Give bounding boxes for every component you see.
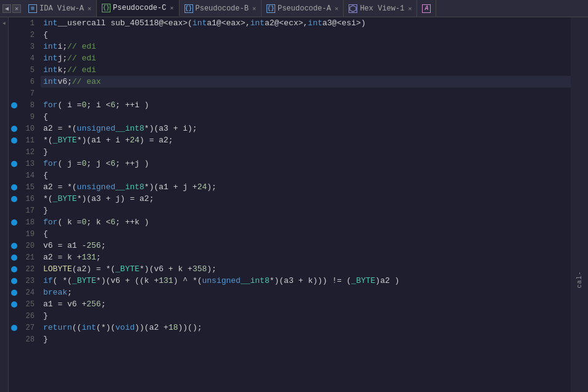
code-line-1: int __usercall sub_405118@<eax>(int a1@<… — [41, 17, 571, 29]
tab-close-pseudocode-c[interactable]: ✕ — [170, 4, 173, 12]
bp-slot-1[interactable] — [9, 17, 20, 29]
bp-slot-19[interactable] — [9, 228, 20, 240]
bp-slot-26[interactable] — [9, 310, 20, 322]
code-content[interactable]: int __usercall sub_405118@<eax>(int a1@<… — [41, 17, 571, 392]
tab-icon-pseudocode-a: {} — [267, 4, 275, 13]
bp-slot-14[interactable] — [9, 169, 20, 181]
line-number-18: 18 — [20, 216, 37, 228]
line-number-25: 25 — [20, 298, 37, 310]
left-gutter: ◀ — [0, 17, 9, 392]
bp-slot-27[interactable] — [9, 322, 20, 333]
code-line-25: a1 = v6 + 256; — [41, 298, 571, 310]
bp-slot-13[interactable] — [9, 158, 20, 169]
bp-dot-18 — [11, 219, 17, 226]
bp-slot-21[interactable] — [9, 251, 20, 263]
bp-slot-5[interactable] — [9, 64, 20, 76]
bp-dot-13 — [11, 161, 17, 167]
svg-marker-0 — [350, 6, 356, 12]
line-number-4: 4 — [20, 52, 37, 64]
line-number-3: 3 — [20, 41, 37, 52]
bp-slot-9[interactable] — [9, 111, 20, 123]
bp-slot-22[interactable] — [9, 263, 20, 275]
code-line-27: return ((int (*)(void))(a2 + 18))(); — [41, 322, 571, 333]
line-number-24: 24 — [20, 287, 37, 298]
tab-hex-view-1[interactable]: Hex View-1✕ — [344, 0, 417, 17]
bp-dot-25 — [11, 301, 17, 308]
collapse-arrow-top[interactable]: ◀ — [1, 20, 7, 26]
tab-icon-ida-view-a: ⊞ — [28, 4, 37, 13]
tab-close-ida-view-a[interactable]: ✕ — [88, 5, 91, 12]
bp-dot-24 — [11, 290, 17, 296]
bp-dot-11 — [11, 137, 17, 144]
line-number-15: 15 — [20, 181, 37, 193]
bp-dot-27 — [11, 325, 17, 331]
code-line-13: for ( j = 0; j < 6; ++j ) — [41, 158, 571, 169]
code-line-16: *(_BYTE *)(a3 + j) = a2; — [41, 193, 571, 205]
bp-slot-7[interactable] — [9, 88, 20, 99]
bp-dot-10 — [11, 126, 17, 132]
tab-tab-a[interactable]: A — [417, 0, 436, 17]
bp-slot-25[interactable] — [9, 298, 20, 310]
tab-bar: ◀ ✕ ⊞IDA View-A✕{}Pseudocode-C✕{}Pseudoc… — [0, 0, 588, 17]
bp-slot-10[interactable] — [9, 123, 20, 134]
bp-dot-16 — [11, 196, 17, 202]
tab-close-pseudocode-b[interactable]: ✕ — [252, 5, 256, 12]
bp-slot-18[interactable] — [9, 216, 20, 228]
bp-slot-23[interactable] — [9, 275, 20, 287]
line-number-8: 8 — [20, 99, 37, 111]
bp-slot-11[interactable] — [9, 134, 20, 146]
bp-slot-24[interactable] — [9, 287, 20, 298]
tabs-container: ⊞IDA View-A✕{}Pseudocode-C✕{}Pseudocode-… — [23, 0, 588, 17]
main-layout: ◀ 12345678910111213141516171819202122232… — [0, 17, 588, 392]
code-line-28: } — [41, 333, 571, 345]
bp-slot-8[interactable] — [9, 99, 20, 111]
code-line-26: } — [41, 310, 571, 322]
bp-slot-15[interactable] — [9, 181, 20, 193]
bp-slot-3[interactable] — [9, 41, 20, 52]
bp-dot-15 — [11, 184, 17, 190]
line-number-1: 1 — [20, 17, 37, 29]
code-line-4: int j; // edi — [41, 52, 571, 64]
bp-slot-2[interactable] — [9, 29, 20, 41]
line-number-14: 14 — [20, 169, 37, 181]
code-line-18: for ( k = 0; k < 6; ++k ) — [41, 216, 571, 228]
code-line-3: int i; // edi — [41, 41, 571, 52]
tab-label-pseudocode-b: Pseudocode-B — [196, 4, 249, 13]
tab-icon-hex-view-1 — [349, 4, 357, 13]
bp-slot-17[interactable] — [9, 205, 20, 216]
tab-pseudocode-c[interactable]: {}Pseudocode-C✕ — [97, 0, 179, 17]
close-button[interactable]: ✕ — [12, 4, 21, 13]
line-number-7: 7 — [20, 88, 37, 99]
bp-slot-12[interactable] — [9, 146, 20, 158]
bp-slot-16[interactable] — [9, 193, 20, 205]
line-number-16: 16 — [20, 193, 37, 205]
bp-slot-20[interactable] — [9, 240, 20, 251]
code-line-24: break; — [41, 287, 571, 298]
tab-label-pseudocode-c: Pseudocode-C — [113, 4, 166, 12]
bp-slot-6[interactable] — [9, 76, 20, 88]
collapse-button[interactable]: ◀ — [2, 4, 11, 13]
line-number-2: 2 — [20, 29, 37, 41]
tab-label-pseudocode-a: Pseudocode-A — [278, 4, 331, 13]
code-line-20: v6 = a1 - 256; — [41, 240, 571, 251]
code-line-17: } — [41, 205, 571, 216]
line-number-13: 13 — [20, 158, 37, 169]
tab-pseudocode-a[interactable]: {}Pseudocode-A✕ — [262, 0, 344, 17]
breakpoint-gutter — [9, 17, 20, 392]
tab-pseudocode-b[interactable]: {}Pseudocode-B✕ — [180, 0, 262, 17]
bp-slot-28[interactable] — [9, 333, 20, 345]
code-line-15: a2 = *(unsigned __int8 *)(a1 + j + 24); — [41, 181, 571, 193]
tab-close-hex-view-1[interactable]: ✕ — [408, 5, 412, 12]
tab-icon-pseudocode-b: {} — [184, 4, 193, 13]
tab-ida-view-a[interactable]: ⊞IDA View-A✕ — [23, 0, 97, 17]
code-line-7 — [41, 88, 571, 99]
code-line-19: { — [41, 228, 571, 240]
tab-close-pseudocode-a[interactable]: ✕ — [334, 5, 338, 12]
bp-slot-4[interactable] — [9, 52, 20, 64]
line-number-22: 22 — [20, 263, 37, 275]
code-line-2: { — [41, 29, 571, 41]
window-controls: ◀ ✕ — [0, 4, 23, 13]
line-number-12: 12 — [20, 146, 37, 158]
line-number-9: 9 — [20, 111, 37, 123]
code-line-23: if ( *(_BYTE *)(v6 + ((k + 131) ^ *(unsi… — [41, 275, 571, 287]
